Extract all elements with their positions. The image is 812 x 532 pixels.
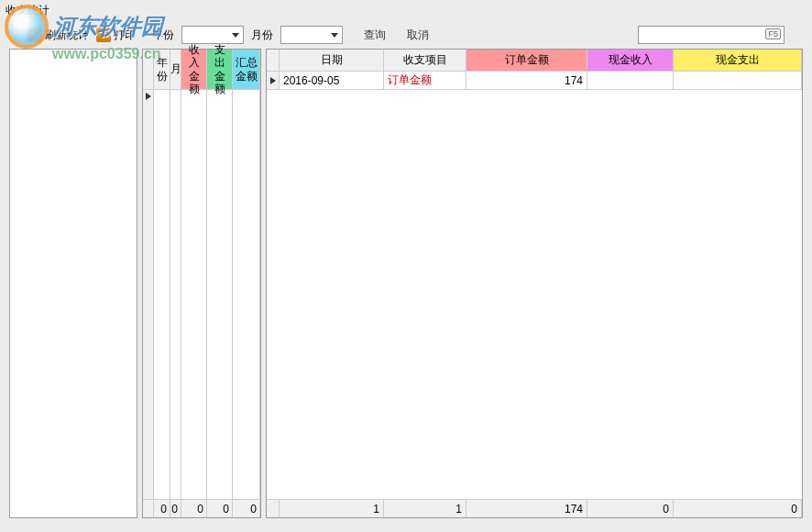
chevron-down-icon [232,33,239,38]
query-button[interactable]: 查询 [364,28,386,43]
toolbar: 刷新统计 打印 年份 月份 查询 取消 F5 [0,21,812,49]
detail-footer: 1 1 174 0 0 [267,499,802,517]
col-order-header[interactable]: 订单金额 [466,50,587,72]
detail-header-marker [267,50,280,72]
month-label: 月份 [251,28,273,43]
chevron-down-icon [331,33,338,38]
header-marker [143,50,154,90]
print-button[interactable]: 打印 [96,28,136,43]
search-hotkey-badge: F5 [765,28,781,39]
row-pointer-icon [270,77,276,84]
summary-footer: 0 0 0 0 0 [143,499,260,517]
detail-body[interactable]: 2016-09-05 订单金额 174 [267,72,802,499]
month-dropdown[interactable] [280,26,343,44]
col-date-header[interactable]: 日期 [280,50,384,72]
cell-cash-out [674,72,802,90]
detail-table: 日期 收支项目 订单金额 现金收入 现金支出 2016-09-05 订单金额 1… [266,49,803,518]
cell-date: 2016-09-05 [280,72,384,90]
col-month-header[interactable]: 月 [170,50,181,90]
summary-table: 年份 月 收入金额 支出金额 汇总金额 0 0 0 0 0 [142,49,261,518]
col-cash-in-header[interactable]: 现金收入 [587,50,674,72]
col-total-header[interactable]: 汇总金额 [233,50,260,90]
col-item-header[interactable]: 收支项目 [384,50,466,72]
col-income-header[interactable]: 收入金额 [181,50,207,90]
cell-item: 订单金额 [384,72,466,90]
window-title: 收支统计 [0,0,812,21]
cell-order: 174 [466,72,587,90]
main-content: 年份 月 收入金额 支出金额 汇总金额 0 0 0 0 0 [0,49,812,518]
print-icon [96,28,111,42]
year-dropdown[interactable] [181,26,244,44]
left-tree-panel[interactable] [9,49,137,518]
row-pointer-icon [146,93,151,100]
cancel-button[interactable]: 取消 [407,28,429,43]
table-row[interactable]: 2016-09-05 订单金额 174 [267,72,802,90]
cell-cash-in [587,72,674,90]
search-input[interactable]: F5 [638,26,785,44]
col-expense-header[interactable]: 支出金额 [207,50,233,90]
refresh-button[interactable]: 刷新统计 [27,28,89,43]
summary-body[interactable] [143,90,260,499]
year-label: 年份 [152,28,174,43]
col-year-header[interactable]: 年份 [154,50,170,90]
col-cash-out-header[interactable]: 现金支出 [674,50,802,72]
refresh-icon [27,28,42,42]
